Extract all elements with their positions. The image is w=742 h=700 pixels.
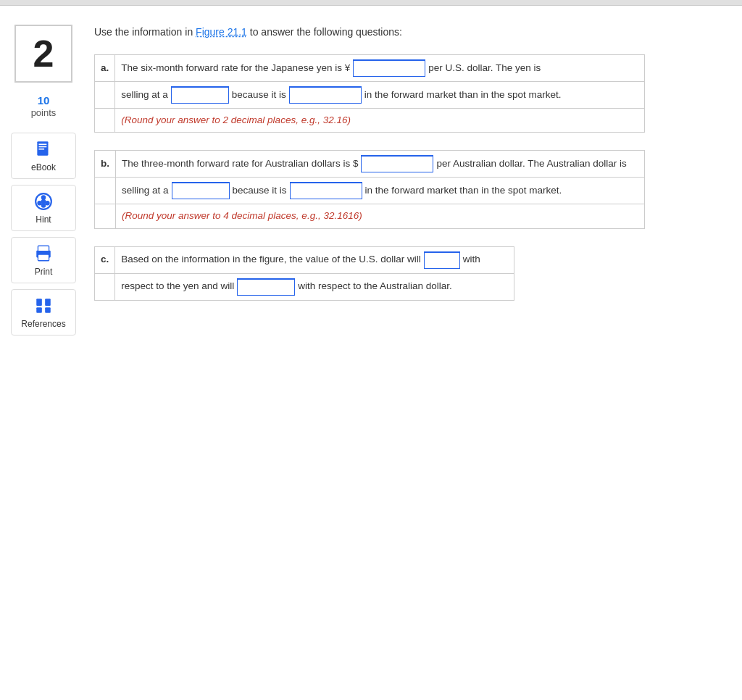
ebook-button[interactable]: eBook [11, 133, 76, 179]
svg-rect-3 [39, 149, 45, 150]
part-c-label: c. [95, 246, 115, 273]
svg-point-15 [46, 253, 48, 254]
svg-point-7 [37, 201, 42, 206]
top-bar [0, 0, 742, 6]
part-a-input2[interactable] [171, 86, 229, 104]
svg-rect-1 [39, 143, 47, 145]
points-value: 10 [31, 94, 57, 107]
hint-label: Hint [36, 214, 51, 225]
part-c-row1: Based on the information in the figure, … [115, 246, 514, 273]
part-a-input1[interactable] [353, 59, 425, 77]
figure-link[interactable]: Figure 21.1 [196, 26, 247, 38]
table-row: selling at a because it is in the forwar… [95, 82, 645, 109]
svg-rect-17 [45, 299, 51, 306]
table-row: a. The six-month forward rate for the Ja… [95, 55, 645, 82]
part-b-row2: selling at a because it is in the forwar… [116, 178, 645, 204]
part-b-label: b. [95, 151, 116, 178]
part-a-table: a. The six-month forward rate for the Ja… [94, 54, 645, 133]
part-b-hint: (Round your answer to 4 decimal places, … [116, 204, 645, 228]
svg-rect-14 [38, 246, 49, 251]
question-intro: Use the information in Figure 21.1 to an… [94, 25, 728, 40]
print-label: Print [35, 267, 53, 277]
part-a-row2: selling at a because it is in the forwar… [115, 82, 645, 109]
part-b-input2[interactable] [172, 182, 230, 199]
svg-point-9 [41, 203, 46, 208]
part-a-input3[interactable] [289, 86, 362, 104]
references-icon [33, 296, 54, 316]
part-b-input3[interactable] [290, 182, 362, 199]
hint-button[interactable]: Hint [11, 185, 76, 231]
print-icon [33, 243, 54, 264]
print-button[interactable]: Print [11, 237, 76, 283]
svg-rect-19 [45, 307, 51, 313]
svg-rect-2 [39, 146, 47, 148]
part-c-table: c. Based on the information in the figur… [94, 246, 514, 301]
table-row: c. Based on the information in the figur… [95, 246, 514, 273]
ebook-icon [33, 139, 54, 159]
references-label: References [21, 319, 65, 329]
points-display: 10 points [31, 94, 57, 118]
part-a-label: a. [95, 55, 115, 82]
table-row-hint: (Round your answer to 4 decimal places, … [95, 204, 645, 228]
question-number: 2 [14, 25, 72, 83]
table-row-hint: (Round your answer to 2 decimal places, … [95, 109, 645, 133]
svg-rect-16 [36, 299, 42, 306]
svg-rect-13 [38, 254, 49, 261]
sidebar: 2 10 points eBook [0, 17, 87, 336]
table-row: selling at a because it is in the forwar… [95, 178, 645, 204]
part-a-hint: (Round your answer to 2 decimal places, … [115, 109, 645, 133]
part-a-row1: The six-month forward rate for the Japan… [115, 55, 645, 82]
hint-icon [33, 191, 54, 212]
part-b-row1: The three-month forward rate for Austral… [116, 151, 645, 178]
svg-point-8 [45, 201, 49, 206]
table-row: respect to the yen and will with respect… [95, 273, 514, 300]
svg-rect-18 [36, 307, 42, 313]
part-c-input1[interactable] [424, 251, 460, 269]
part-b-table: b. The three-month forward rate for Aust… [94, 150, 645, 228]
part-b-input1[interactable] [361, 155, 433, 172]
part-c-row2: respect to the yen and will with respect… [115, 273, 514, 300]
references-button[interactable]: References [11, 289, 76, 336]
table-row: b. The three-month forward rate for Aust… [95, 151, 645, 178]
ebook-label: eBook [31, 162, 56, 172]
points-label: points [31, 107, 57, 118]
part-c-input2[interactable] [237, 278, 295, 296]
main-content: Use the information in Figure 21.1 to an… [87, 17, 742, 336]
